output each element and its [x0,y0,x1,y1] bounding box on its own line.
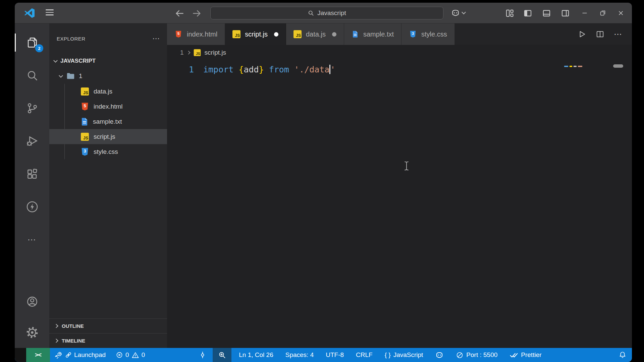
formatter-status[interactable]: Prettier [509,351,541,359]
css-file-icon: 3 [410,31,417,38]
run-file-button[interactable] [578,30,586,39]
copilot-menu[interactable] [451,8,465,17]
chevron-down-icon [53,58,58,63]
folder-row[interactable]: 1 [49,68,167,84]
js-file-icon: JS [81,133,89,141]
file-row-style-css[interactable]: 3 style.css [49,144,167,159]
slash-circle-icon [456,351,464,359]
encoding[interactable]: UTF-8 [326,351,344,359]
editor-more-actions[interactable]: ⋯ [614,33,622,36]
activitybar-account[interactable] [15,286,49,317]
file-name: style.css [94,148,118,156]
file-name: index.html [94,103,123,110]
outline-section[interactable]: OUTLINE [49,318,167,333]
folder-icon [66,72,75,80]
copilot-status[interactable] [435,351,444,359]
folder-name: 1 [79,72,83,80]
ellipsis-icon: ⋯ [28,238,37,241]
copilot-icon [435,351,444,359]
zoom-indicator[interactable] [213,348,231,362]
js-file-icon: JS [232,30,240,38]
vscode-window: Javascript [15,3,632,362]
remote-indicator[interactable]: >< [26,348,50,362]
activitybar-settings[interactable] [15,317,49,348]
explorer-more-actions[interactable]: ⋯ [152,37,160,40]
timeline-section[interactable]: TIMELINE [49,333,167,348]
activitybar-thunder[interactable] [15,190,49,223]
commit-node-icon [199,351,207,359]
workspace-section[interactable]: JAVASCRIPT [49,54,167,68]
js-file-icon: JS [81,87,89,96]
file-row-script-js[interactable]: JS script.js [49,129,167,144]
activity-bar: 2 [15,23,49,348]
forward-arrow-icon[interactable] [192,8,202,18]
activitybar-search[interactable] [15,59,49,92]
restore-icon[interactable] [599,9,606,17]
gear-icon [26,326,39,339]
breadcrumb-file[interactable]: script.js [205,49,226,56]
activitybar-run-debug[interactable] [15,125,49,158]
explorer-sidebar: EXPLORER ⋯ JAVASCRIPT 1 JS data.js [49,23,167,348]
customize-layout-icon[interactable] [505,9,514,18]
toggle-sidebar-icon[interactable] [523,9,532,18]
warning-count: 0 [142,351,145,359]
toggle-panel-icon[interactable] [542,9,551,18]
chevron-right-icon [54,339,58,343]
timeline-label: TIMELINE [62,338,85,344]
file-row-data-js[interactable]: JS data.js [49,84,167,99]
dirty-dot[interactable] [274,32,278,37]
split-editor-button[interactable] [596,30,604,39]
file-name: script.js [94,133,115,140]
activitybar-source-control[interactable] [15,92,49,125]
error-icon [116,351,123,359]
search-value: Javascript [317,9,346,17]
extensions-icon [26,168,39,180]
minimize-icon[interactable] [581,9,588,17]
vscode-logo-icon [23,7,36,19]
statusbar-corner [15,348,26,362]
breadcrumb-folder[interactable]: 1 [180,49,184,56]
tab-index-html[interactable]: 5 index.html [167,23,225,45]
file-row-index-html[interactable]: 5 index.html [49,99,167,114]
error-count: 0 [125,351,129,359]
language-mode[interactable]: { } JavaScript [385,351,423,359]
notifications-bell[interactable] [619,351,627,359]
problems-item[interactable]: 0 0 [116,351,145,359]
account-icon [26,295,39,308]
html-file-icon: 5 [81,102,89,111]
file-name: data.js [94,88,112,95]
html-file-icon: 5 [175,31,182,38]
rocket-icon [55,351,63,359]
toggle-secondary-sidebar-icon[interactable] [561,9,570,18]
command-center-search[interactable]: Javascript [210,7,443,19]
scrollbar-thumb[interactable] [613,64,623,68]
commit-indicator[interactable] [199,351,207,359]
chevron-down-icon [462,10,466,14]
indentation[interactable]: Spaces: 4 [285,351,314,359]
js-file-icon: JS [194,49,201,56]
explorer-badge: 2 [35,44,43,52]
eol-sequence[interactable]: CRLF [356,351,373,359]
search-icon [26,69,39,82]
tab-script-js[interactable]: JS script.js [225,23,286,45]
breadcrumb: 1 JS script.js [167,45,632,60]
activitybar-extensions[interactable] [15,158,49,190]
tab-sample-txt[interactable]: sample.txt [344,23,401,45]
copilot-icon [451,8,460,17]
activitybar-more[interactable]: ⋯ [15,223,49,256]
css-file-icon: 3 [81,147,89,156]
mouse-cursor [404,161,409,171]
cursor-position[interactable]: Ln 1, Col 26 [239,351,273,359]
launchpad-item[interactable]: Launchpad [55,351,106,359]
activitybar-explorer[interactable]: 2 [15,26,49,59]
file-row-sample-txt[interactable]: sample.txt [49,114,167,129]
tab-style-css[interactable]: 3 style.css [401,23,455,45]
live-server-port[interactable]: Port : 5500 [456,351,497,359]
back-arrow-icon[interactable] [174,8,184,18]
code-editor[interactable]: 1 import {add} from './data' [167,60,632,348]
tab-data-js[interactable]: JS data.js [286,23,344,45]
titlebar: Javascript [15,3,632,23]
dirty-dot[interactable] [332,32,336,37]
menu-icon[interactable] [46,9,54,15]
close-icon[interactable] [617,9,625,17]
